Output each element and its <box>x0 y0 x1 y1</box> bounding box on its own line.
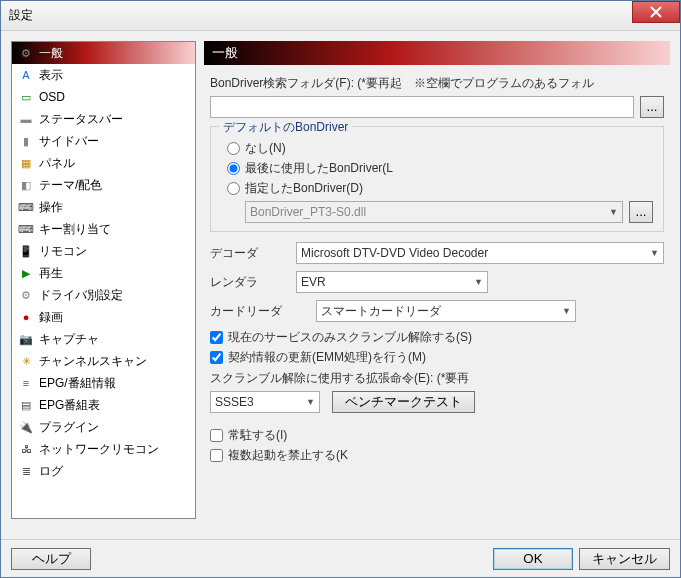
renderer-combo[interactable]: EVR ▼ <box>296 271 488 293</box>
default-driver-group-title: デフォルトのBonDriver <box>219 119 352 136</box>
sidebar-item[interactable]: ▭OSD <box>12 86 195 108</box>
folder-input[interactable] <box>210 96 634 118</box>
sidebar-item-label: テーマ/配色 <box>39 177 102 194</box>
sidebar-item-icon: 📱 <box>18 243 34 259</box>
sidebar-item-icon: 📷 <box>18 331 34 347</box>
single-instance-check[interactable]: 複数起動を禁止する(K <box>210 447 664 464</box>
sidebar-item[interactable]: ≣ログ <box>12 460 195 482</box>
radio-none-label: なし(N) <box>245 140 286 157</box>
specified-driver-browse-button[interactable]: ... <box>629 201 653 223</box>
section-header: 一般 <box>204 41 670 65</box>
sidebar-item[interactable]: ●録画 <box>12 306 195 328</box>
sidebar-item[interactable]: ≡EPG/番組情報 <box>12 372 195 394</box>
scramble-check[interactable]: 現在のサービスのみスクランブル解除する(S) <box>210 329 664 346</box>
ext-combo[interactable]: SSSE3 ▼ <box>210 391 320 413</box>
emm-check-label: 契約情報の更新(EMM処理)を行う(M) <box>228 349 426 366</box>
settings-window: 設定 ⚙一般A表示▭OSD▬ステータスバー▮サイドバー▦パネル◧テーマ/配色⌨操… <box>0 0 681 578</box>
sidebar-item[interactable]: ◧テーマ/配色 <box>12 174 195 196</box>
titlebar: 設定 <box>1 1 680 31</box>
default-driver-group: デフォルトのBonDriver なし(N) 最後に使用したBonDriver(L… <box>210 126 664 232</box>
radio-none-input[interactable] <box>227 142 240 155</box>
emm-check-input[interactable] <box>210 351 223 364</box>
sidebar-item[interactable]: ⚙一般 <box>12 42 195 64</box>
sidebar-item-label: 一般 <box>39 45 63 62</box>
sidebar-item-label: キャプチャ <box>39 331 99 348</box>
main-body: BonDriver検索フォルダ(F): (*要再起 ※空欄でプログラムのあるフォ… <box>204 75 670 467</box>
sidebar-item[interactable]: 📱リモコン <box>12 240 195 262</box>
sidebar-item[interactable]: ▶再生 <box>12 262 195 284</box>
chevron-down-icon: ▼ <box>650 248 659 258</box>
radio-specified-input[interactable] <box>227 182 240 195</box>
sidebar-item-label: パネル <box>39 155 75 172</box>
folder-label: BonDriver検索フォルダ(F): (*要再起 ※空欄でプログラムのあるフォ… <box>210 75 664 92</box>
resident-check[interactable]: 常駐する(I) <box>210 427 664 444</box>
sidebar-item-icon: ⚙ <box>18 287 34 303</box>
benchmark-button[interactable]: ベンチマークテスト <box>332 391 475 413</box>
sidebar-item[interactable]: A表示 <box>12 64 195 86</box>
sidebar-item-label: ネットワークリモコン <box>39 441 159 458</box>
sidebar-item[interactable]: ▮サイドバー <box>12 130 195 152</box>
sidebar-item[interactable]: 📷キャプチャ <box>12 328 195 350</box>
sidebar-item[interactable]: ▦パネル <box>12 152 195 174</box>
folder-browse-button[interactable]: ... <box>640 96 664 118</box>
content: ⚙一般A表示▭OSD▬ステータスバー▮サイドバー▦パネル◧テーマ/配色⌨操作⌨キ… <box>1 31 680 529</box>
cancel-button[interactable]: キャンセル <box>579 548 670 570</box>
renderer-label: レンダラ <box>210 274 288 291</box>
category-sidebar[interactable]: ⚙一般A表示▭OSD▬ステータスバー▮サイドバー▦パネル◧テーマ/配色⌨操作⌨キ… <box>11 41 196 519</box>
sidebar-item-icon: ▮ <box>18 133 34 149</box>
resident-check-input[interactable] <box>210 429 223 442</box>
specified-driver-combo[interactable]: BonDriver_PT3-S0.dll ▼ <box>245 201 623 223</box>
sidebar-item[interactable]: ⌨キー割り当て <box>12 218 195 240</box>
sidebar-item[interactable]: ▬ステータスバー <box>12 108 195 130</box>
sidebar-item-label: ドライバ別設定 <box>39 287 123 304</box>
sidebar-item-icon: ◧ <box>18 177 34 193</box>
sidebar-item-label: プラグイン <box>39 419 99 436</box>
sidebar-item-icon: ● <box>18 309 34 325</box>
sidebar-item[interactable]: ⚙ドライバ別設定 <box>12 284 195 306</box>
radio-last[interactable]: 最後に使用したBonDriver(L <box>227 160 653 177</box>
ok-button[interactable]: OK <box>493 548 573 570</box>
single-instance-check-input[interactable] <box>210 449 223 462</box>
close-button[interactable] <box>632 1 680 23</box>
sidebar-item-label: サイドバー <box>39 133 99 150</box>
radio-last-input[interactable] <box>227 162 240 175</box>
help-button[interactable]: ヘルプ <box>11 548 91 570</box>
sidebar-item[interactable]: ▤EPG番組表 <box>12 394 195 416</box>
card-reader-label: カードリーダ <box>210 303 308 320</box>
sidebar-item-label: OSD <box>39 90 65 104</box>
decoder-value: Microsoft DTV-DVD Video Decoder <box>301 246 488 260</box>
radio-specified[interactable]: 指定したBonDriver(D) <box>227 180 653 197</box>
sidebar-item-icon: ▤ <box>18 397 34 413</box>
sidebar-item-icon: ≣ <box>18 463 34 479</box>
scramble-check-input[interactable] <box>210 331 223 344</box>
card-reader-combo[interactable]: スマートカードリーダ ▼ <box>316 300 576 322</box>
sidebar-item-icon: ▬ <box>18 111 34 127</box>
chevron-down-icon: ▼ <box>562 306 571 316</box>
radio-last-label: 最後に使用したBonDriver(L <box>245 160 393 177</box>
sidebar-item-icon: 🖧 <box>18 441 34 457</box>
sidebar-item[interactable]: 🖧ネットワークリモコン <box>12 438 195 460</box>
sidebar-item-label: 録画 <box>39 309 63 326</box>
decoder-combo[interactable]: Microsoft DTV-DVD Video Decoder ▼ <box>296 242 664 264</box>
sidebar-item-icon: ⚙ <box>18 45 34 61</box>
sidebar-item-label: ステータスバー <box>39 111 123 128</box>
sidebar-item-icon: ⌨ <box>18 199 34 215</box>
chevron-down-icon: ▼ <box>474 277 483 287</box>
sidebar-item-label: キー割り当て <box>39 221 111 238</box>
radio-none[interactable]: なし(N) <box>227 140 653 157</box>
sidebar-item[interactable]: ✳チャンネルスキャン <box>12 350 195 372</box>
sidebar-item-label: ログ <box>39 463 63 480</box>
sidebar-item-label: リモコン <box>39 243 87 260</box>
sidebar-item-label: 表示 <box>39 67 63 84</box>
chevron-down-icon: ▼ <box>306 397 315 407</box>
window-title: 設定 <box>9 7 33 24</box>
specified-driver-value: BonDriver_PT3-S0.dll <box>250 205 366 219</box>
sidebar-item-label: 再生 <box>39 265 63 282</box>
sidebar-item-label: 操作 <box>39 199 63 216</box>
emm-check[interactable]: 契約情報の更新(EMM処理)を行う(M) <box>210 349 664 366</box>
single-instance-check-label: 複数起動を禁止する(K <box>228 447 348 464</box>
sidebar-item[interactable]: 🔌プラグイン <box>12 416 195 438</box>
sidebar-item-icon: A <box>18 67 34 83</box>
sidebar-item[interactable]: ⌨操作 <box>12 196 195 218</box>
sidebar-item-label: EPG番組表 <box>39 397 100 414</box>
